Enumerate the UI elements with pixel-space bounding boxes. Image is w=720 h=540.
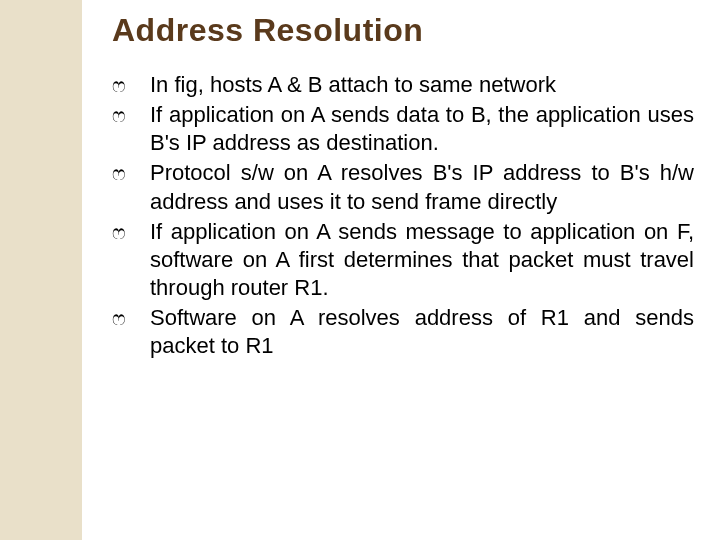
slide-content: Address Resolution ෆ In fig, hosts A & B… [82,0,720,540]
bullet-text: If application on A sends data to B, the… [150,102,694,155]
page-title: Address Resolution [112,12,694,49]
bullet-icon: ෆ [112,161,126,187]
bullet-icon: ෆ [112,220,126,246]
decorative-sidebar [0,0,82,540]
bullet-text: In fig, hosts A & B attach to same netwo… [150,72,556,97]
list-item: ෆ If application on A sends data to B, t… [112,101,694,157]
bullet-text: If application on A sends message to app… [150,219,694,300]
bullet-icon: ෆ [112,73,126,99]
list-item: ෆ In fig, hosts A & B attach to same net… [112,71,694,99]
list-item: ෆ Software on A resolves address of R1 a… [112,304,694,360]
bullet-text: Protocol s/w on A resolves B's IP addres… [150,160,694,213]
bullet-text: Software on A resolves address of R1 and… [150,305,694,358]
bullet-list: ෆ In fig, hosts A & B attach to same net… [112,71,694,361]
list-item: ෆ Protocol s/w on A resolves B's IP addr… [112,159,694,215]
bullet-icon: ෆ [112,103,126,129]
bullet-icon: ෆ [112,306,126,332]
list-item: ෆ If application on A sends message to a… [112,218,694,302]
